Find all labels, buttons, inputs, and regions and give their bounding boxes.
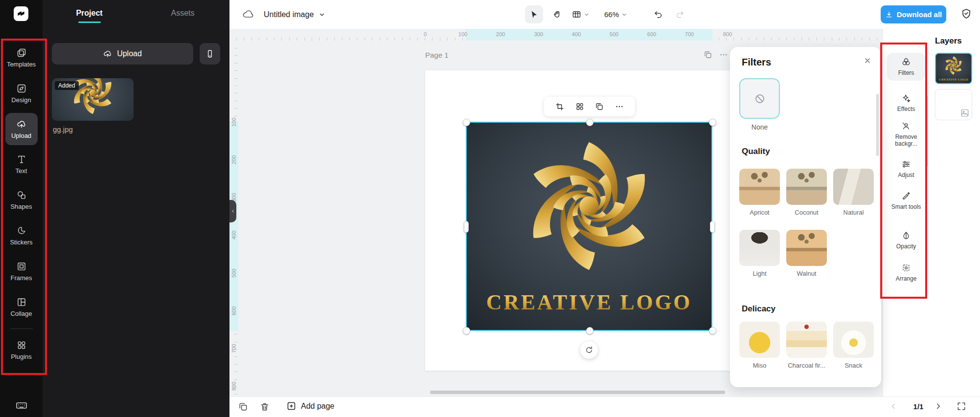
hand-tool-button[interactable] (548, 5, 567, 23)
resize-handle-s[interactable] (586, 327, 593, 334)
sidebar-item-templates[interactable]: Templates (4, 40, 39, 76)
ruler-number: 600 (647, 31, 656, 37)
cloud-sync-icon[interactable] (242, 8, 254, 20)
sidebar-item-plugins[interactable]: Plugins (4, 332, 39, 368)
close-icon[interactable] (864, 57, 871, 65)
section-title-delicacy: Delicacy (742, 304, 775, 314)
chevron-right-icon (934, 402, 943, 411)
ruler-selection-highlight-v (229, 122, 238, 331)
filters-scrollbar[interactable] (876, 94, 879, 156)
page-more-icon[interactable] (719, 50, 728, 59)
sidebar-item-text[interactable]: Text (4, 147, 39, 182)
keyboard-shortcuts-icon[interactable] (0, 399, 43, 411)
filter-thumb-natural (833, 169, 874, 205)
tool-remove-background[interactable]: Remove backgr... (887, 117, 925, 152)
zoom-control[interactable]: 66% (604, 5, 627, 23)
layer-thumbnail-image[interactable] (935, 53, 972, 84)
delete-page-button[interactable] (260, 402, 270, 412)
capcut-logo-icon[interactable] (14, 6, 28, 21)
filter-item-miso[interactable]: Miso (739, 322, 780, 369)
tab-assets[interactable]: Assets (136, 0, 229, 26)
panel-collapse-tab[interactable] (229, 200, 236, 222)
undo-icon (654, 10, 663, 19)
project-panel-tabs: Project Assets (43, 0, 229, 26)
stickers-icon (17, 226, 26, 236)
filter-item-walnut[interactable]: Walnut (786, 230, 827, 277)
filter-none-swatch[interactable] (739, 78, 780, 119)
filter-item-natural[interactable]: Natural (833, 169, 874, 216)
image-placeholder-icon (960, 109, 969, 117)
tab-project[interactable]: Project (43, 0, 136, 26)
rail-divider (10, 329, 33, 329)
sidebar-item-label: Shapes (10, 203, 32, 210)
tool-arrange[interactable]: Arrange (887, 259, 925, 286)
upload-row: Upload (52, 43, 220, 65)
select-tool-button[interactable] (525, 5, 543, 23)
filter-item-light[interactable]: Light (739, 230, 780, 277)
crop-icon[interactable] (555, 102, 564, 111)
filter-item-charcoal[interactable]: Charcoal fir... (786, 322, 827, 369)
document-title[interactable]: Untitled image (264, 0, 325, 29)
tool-adjust[interactable]: Adjust (887, 155, 925, 183)
tool-filters[interactable]: Filters (887, 53, 925, 81)
resize-handle-n[interactable] (586, 119, 593, 126)
ruler-number: 500 (610, 31, 618, 37)
tool-smart-tools[interactable]: Smart tools (887, 187, 925, 215)
upload-from-phone-button[interactable] (200, 43, 220, 65)
resize-handle-w[interactable] (464, 221, 469, 233)
filter-item-snack[interactable]: Snack (833, 322, 874, 369)
filters-panel: Filters None Quality Apricot Coconut Nat… (730, 47, 881, 387)
sidebar-item-upload[interactable]: Upload (5, 113, 38, 145)
add-page-button[interactable]: Add page (286, 401, 335, 411)
download-all-button[interactable]: Download all (881, 5, 946, 23)
duplicate-page-icon[interactable] (704, 50, 712, 59)
filter-thumb-miso (739, 322, 780, 358)
rotate-handle[interactable] (580, 341, 598, 359)
filter-label: Miso (739, 362, 780, 369)
fullscreen-button[interactable] (957, 401, 966, 411)
sidebar-item-shapes[interactable]: Shapes (4, 182, 39, 218)
filter-label: Coconut (786, 209, 827, 216)
table-icon (572, 10, 581, 19)
sidebar-item-collage[interactable]: Collage (4, 289, 39, 325)
more-icon[interactable] (615, 102, 624, 111)
tool-opacity[interactable]: Opacity (887, 226, 925, 254)
resize-handle-ne[interactable] (709, 119, 716, 126)
resize-handle-e[interactable] (710, 221, 715, 233)
effects-icon (901, 93, 911, 103)
left-rail: Templates Design Upload Text Shapes Stic… (0, 0, 43, 417)
tools-scrollbar[interactable] (926, 96, 928, 167)
replace-icon[interactable] (575, 102, 584, 111)
duplicate-page-button[interactable] (238, 402, 248, 412)
duplicate-icon[interactable] (595, 102, 604, 111)
badge-shield-icon[interactable] (960, 8, 972, 20)
smart-tools-icon (901, 191, 911, 201)
chevron-left-icon (230, 209, 235, 214)
selected-image[interactable] (466, 122, 712, 331)
asset-thumbnail-ggjpg[interactable]: Added (52, 78, 134, 121)
ruler-number: 400 (231, 231, 237, 240)
filter-item-coconut[interactable]: Coconut (786, 169, 827, 216)
resize-handle-sw[interactable] (463, 327, 470, 334)
tool-label: Smart tools (891, 203, 921, 210)
expand-icon (957, 401, 966, 411)
undo-button[interactable] (649, 5, 667, 23)
prev-page-button[interactable] (889, 402, 898, 411)
layer-thumbnail-page[interactable] (935, 89, 972, 120)
redo-icon (675, 10, 684, 19)
upload-button[interactable]: Upload (52, 43, 193, 65)
phone-icon (205, 49, 214, 58)
horizontal-scrollbar[interactable] (430, 391, 725, 394)
layout-grid-button[interactable] (572, 5, 590, 23)
download-icon (885, 11, 893, 19)
filter-item-apricot[interactable]: Apricot (739, 169, 780, 216)
resize-handle-nw[interactable] (463, 119, 470, 126)
sidebar-item-design[interactable]: Design (4, 76, 39, 111)
resize-handle-se[interactable] (709, 327, 716, 334)
sidebar-item-stickers[interactable]: Stickers (4, 218, 39, 254)
next-page-button[interactable] (934, 402, 943, 411)
asset-file-name: gg.jpg (53, 125, 73, 133)
tool-effects[interactable]: Effects (887, 89, 925, 117)
sidebar-item-frames[interactable]: Frames (4, 254, 39, 289)
redo-button[interactable] (671, 5, 689, 23)
